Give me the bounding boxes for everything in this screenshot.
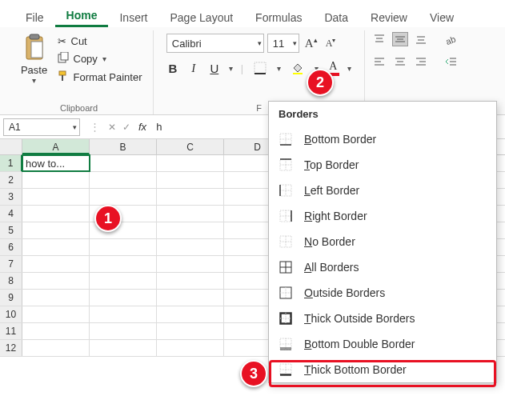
cell[interactable] [157,306,224,322]
row-header[interactable]: 10 [0,306,22,322]
align-center-button[interactable] [392,54,408,69]
italic-button[interactable]: I [187,62,200,75]
cell[interactable] [157,222,224,238]
borders-item-left[interactable]: Left Border [269,178,496,203]
tab-home[interactable]: Home [55,4,109,27]
borders-item-none[interactable]: No Border [269,229,496,254]
borders-item-right[interactable]: Right Border [269,203,496,229]
tab-page-layout[interactable]: Page Layout [158,6,244,27]
underline-button[interactable]: U [208,62,221,75]
cell[interactable] [157,273,224,289]
borders-item-top[interactable]: Top Border [269,152,496,178]
cancel-formula-button[interactable]: ✕ [105,122,119,133]
cell[interactable] [157,206,224,222]
chevron-down-icon[interactable]: ▾ [32,76,36,85]
cell[interactable] [90,290,157,306]
copy-button[interactable]: Copy ▾ [58,52,142,66]
row-header[interactable]: 8 [0,273,22,289]
cell[interactable] [90,239,157,255]
row-header[interactable]: 6 [0,239,22,255]
decrease-indent-button[interactable] [443,54,459,69]
align-right-button[interactable] [413,54,429,69]
borders-button[interactable] [251,59,269,77]
cell[interactable] [90,172,157,188]
font-size-select[interactable]: 11 ▾ [267,34,299,53]
row-header[interactable]: 9 [0,290,22,306]
cell[interactable] [90,155,157,171]
cell[interactable] [157,155,224,171]
cell[interactable] [90,340,157,356]
cell[interactable] [157,256,224,272]
format-painter-button[interactable]: Format Painter [58,70,142,84]
cell[interactable] [157,290,224,306]
cell[interactable] [22,189,90,205]
borders-item-bottom-double[interactable]: Bottom Double Border [269,331,496,357]
orientation-button[interactable]: ab [443,32,459,46]
tab-formulas[interactable]: Formulas [244,6,313,27]
col-header-b[interactable]: B [90,139,157,154]
cell[interactable] [90,273,157,289]
row-header[interactable]: 12 [0,340,22,356]
row-header[interactable]: 4 [0,206,22,222]
name-box[interactable]: A1 ▾ [3,118,80,136]
chevron-down-icon[interactable]: ▾ [277,64,281,73]
cell[interactable] [22,273,90,289]
cell[interactable] [157,172,224,188]
cell[interactable] [90,256,157,272]
select-all-corner[interactable] [0,139,22,154]
cell[interactable] [90,306,157,322]
paste-button[interactable]: Paste ▾ [16,30,53,85]
font-name-select[interactable]: Calibri ▾ [166,34,264,53]
chevron-down-icon[interactable]: ▾ [229,64,233,73]
cell[interactable] [22,172,90,188]
tab-data[interactable]: Data [313,6,359,27]
fx-icon[interactable]: fx [134,121,151,133]
borders-item-thick-bottom[interactable]: Thick Bottom Border [269,357,496,382]
cell[interactable] [22,256,90,272]
group-label-clipboard: Clipboard [60,103,98,114]
borders-item-outside[interactable]: Outside Borders [269,280,496,306]
tab-insert[interactable]: Insert [108,6,158,27]
cell[interactable] [22,222,90,238]
align-middle-button[interactable] [392,32,408,46]
cell[interactable] [22,323,90,339]
cut-button[interactable]: ✂ Cut [58,35,142,47]
cell[interactable] [22,239,90,255]
tab-file[interactable]: File [14,6,55,27]
cell[interactable] [157,323,224,339]
row-header[interactable]: 11 [0,323,22,339]
bold-button[interactable]: B [166,62,179,75]
tab-review[interactable]: Review [359,6,419,27]
borders-item-thick-outside[interactable]: Thick Outside Borders [269,306,496,331]
row-header[interactable]: 1 [0,155,22,171]
cell[interactable] [22,340,90,356]
row-header[interactable]: 2 [0,172,22,188]
cell[interactable] [157,189,224,205]
chevron-down-icon[interactable]: ▾ [347,64,351,73]
cell[interactable] [22,306,90,322]
col-header-c[interactable]: C [157,139,224,154]
enter-formula-button[interactable]: ✓ [119,122,134,133]
formula-bar[interactable]: h [151,121,162,133]
tab-view[interactable]: View [419,6,465,27]
row-header[interactable]: 5 [0,222,22,238]
cell[interactable] [157,239,224,255]
cell[interactable] [90,189,157,205]
borders-item-all[interactable]: All Borders [269,254,496,280]
borders-item-bottom[interactable]: Bottom Border [269,126,496,152]
fill-color-button[interactable] [289,59,307,77]
row-header[interactable]: 7 [0,256,22,272]
cell[interactable] [90,323,157,339]
align-left-button[interactable] [371,54,387,69]
row-header[interactable]: 3 [0,189,22,205]
cell[interactable]: how to... [22,155,90,171]
align-bottom-button[interactable] [413,32,429,46]
cell[interactable] [22,206,90,222]
cell[interactable] [22,290,90,306]
align-top-button[interactable] [371,32,387,46]
grow-font-button[interactable]: A▴ [303,36,320,50]
col-header-a[interactable]: A [22,139,90,154]
shrink-font-button[interactable]: A▾ [323,37,339,50]
chevron-down-icon[interactable]: ▾ [102,54,106,63]
cell[interactable] [157,340,224,356]
